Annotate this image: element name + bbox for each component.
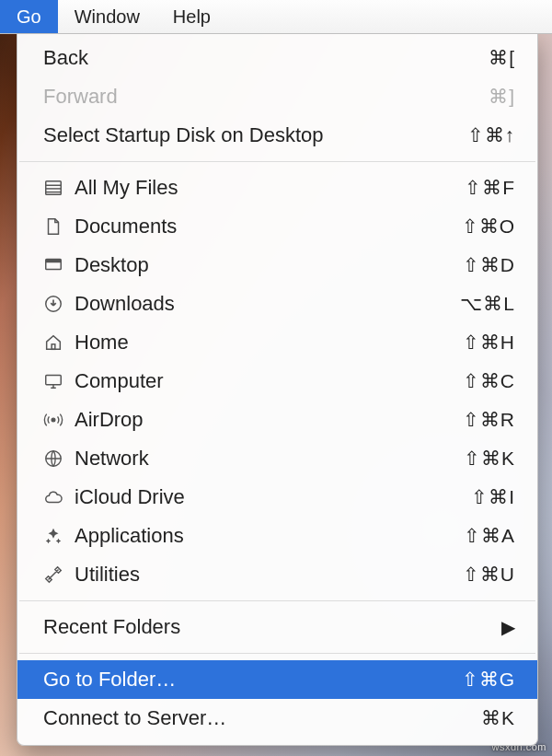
menu-separator bbox=[19, 653, 535, 654]
documents-icon bbox=[43, 216, 75, 237]
menu-item-computer[interactable]: Computer ⇧⌘C bbox=[17, 362, 537, 401]
svg-rect-8 bbox=[46, 376, 62, 385]
menu-item-label: Desktop bbox=[75, 253, 463, 277]
menu-item-applications[interactable]: Applications ⇧⌘A bbox=[17, 517, 537, 555]
menu-item-go-to-folder[interactable]: Go to Folder… ⇧⌘G bbox=[17, 660, 537, 699]
menu-item-recent-folders[interactable]: Recent Folders ▶ bbox=[17, 608, 537, 646]
icloud-drive-icon bbox=[43, 488, 75, 506]
menu-item-label: Recent Folders bbox=[43, 615, 501, 639]
menu-item-label: Connect to Server… bbox=[43, 706, 481, 730]
menu-item-label: Go to Folder… bbox=[43, 668, 462, 692]
network-icon bbox=[43, 448, 75, 469]
desktop-icon bbox=[43, 255, 75, 275]
menu-item-desktop[interactable]: Desktop ⇧⌘D bbox=[17, 246, 537, 285]
menu-item-label: Select Startup Disk on Desktop bbox=[43, 123, 467, 147]
menubar-item-help[interactable]: Help bbox=[156, 0, 227, 33]
svg-point-9 bbox=[52, 418, 55, 422]
menu-item-shortcut: ⌘] bbox=[489, 86, 515, 108]
menu-separator bbox=[19, 600, 535, 601]
menu-item-label: Back bbox=[43, 46, 489, 70]
applications-icon bbox=[43, 526, 75, 546]
menu-item-shortcut: ⌥⌘L bbox=[460, 293, 515, 315]
menu-item-shortcut: ⌘[ bbox=[489, 47, 515, 69]
menu-item-label: AirDrop bbox=[75, 408, 463, 432]
menu-item-shortcut: ⇧⌘I bbox=[471, 486, 515, 508]
menu-item-label: Computer bbox=[75, 369, 463, 393]
menu-item-shortcut: ⇧⌘H bbox=[463, 331, 515, 354]
menu-item-connect-to-server[interactable]: Connect to Server… ⌘K bbox=[17, 699, 537, 738]
menu-item-shortcut: ⇧⌘O bbox=[462, 215, 515, 238]
menu-item-home[interactable]: Home ⇧⌘H bbox=[17, 323, 537, 362]
menu-item-shortcut: ⇧⌘↑ bbox=[467, 124, 516, 146]
svg-rect-5 bbox=[46, 260, 62, 263]
menubar: Go Window Help bbox=[0, 0, 552, 34]
menu-item-shortcut: ⌘K bbox=[481, 707, 515, 729]
menu-item-icloud-drive[interactable]: iCloud Drive ⇧⌘I bbox=[17, 478, 537, 517]
menu-item-label: Utilities bbox=[75, 563, 463, 587]
menu-item-select-startup-disk[interactable]: Select Startup Disk on Desktop ⇧⌘↑ bbox=[17, 116, 537, 155]
menu-item-shortcut: ⇧⌘K bbox=[464, 448, 515, 470]
menu-item-shortcut: ⇧⌘G bbox=[462, 669, 515, 691]
menu-item-shortcut: ⇧⌘D bbox=[463, 254, 515, 276]
menu-item-label: Applications bbox=[75, 524, 464, 548]
menu-item-label: All My Files bbox=[75, 176, 465, 200]
menu-item-label: iCloud Drive bbox=[75, 485, 471, 509]
utilities-icon bbox=[43, 564, 75, 585]
menu-item-airdrop[interactable]: AirDrop ⇧⌘R bbox=[17, 401, 537, 439]
submenu-arrow-icon: ▶ bbox=[501, 616, 515, 638]
svg-rect-7 bbox=[52, 344, 55, 350]
menu-item-all-my-files[interactable]: All My Files ⇧⌘F bbox=[17, 169, 537, 207]
all-my-files-icon bbox=[43, 178, 75, 198]
computer-icon bbox=[43, 371, 75, 391]
menu-item-downloads[interactable]: Downloads ⌥⌘L bbox=[17, 285, 537, 323]
menu-item-forward: Forward ⌘] bbox=[17, 77, 537, 116]
menu-item-label: Forward bbox=[43, 85, 489, 109]
menubar-item-window[interactable]: Window bbox=[58, 0, 156, 33]
go-menu-dropdown: Back ⌘[ Forward ⌘] Select Startup Disk o… bbox=[17, 33, 538, 746]
menu-item-shortcut: ⇧⌘R bbox=[463, 409, 515, 431]
menu-item-label: Home bbox=[75, 331, 463, 355]
home-icon bbox=[43, 332, 75, 353]
menubar-item-go[interactable]: Go bbox=[0, 0, 58, 33]
menu-item-shortcut: ⇧⌘U bbox=[463, 564, 515, 586]
menu-item-label: Network bbox=[75, 447, 464, 471]
menu-item-shortcut: ⇧⌘C bbox=[463, 370, 515, 392]
menu-separator bbox=[19, 161, 535, 162]
menu-item-network[interactable]: Network ⇧⌘K bbox=[17, 439, 537, 478]
menu-item-documents[interactable]: Documents ⇧⌘O bbox=[17, 207, 537, 246]
downloads-icon bbox=[43, 294, 75, 314]
menu-item-shortcut: ⇧⌘A bbox=[464, 525, 515, 547]
airdrop-icon bbox=[43, 410, 75, 430]
menu-item-utilities[interactable]: Utilities ⇧⌘U bbox=[17, 555, 537, 594]
menu-item-shortcut: ⇧⌘F bbox=[465, 177, 515, 199]
menu-item-label: Documents bbox=[75, 215, 462, 238]
menu-item-label: Downloads bbox=[75, 292, 460, 316]
menu-item-back[interactable]: Back ⌘[ bbox=[17, 39, 537, 77]
